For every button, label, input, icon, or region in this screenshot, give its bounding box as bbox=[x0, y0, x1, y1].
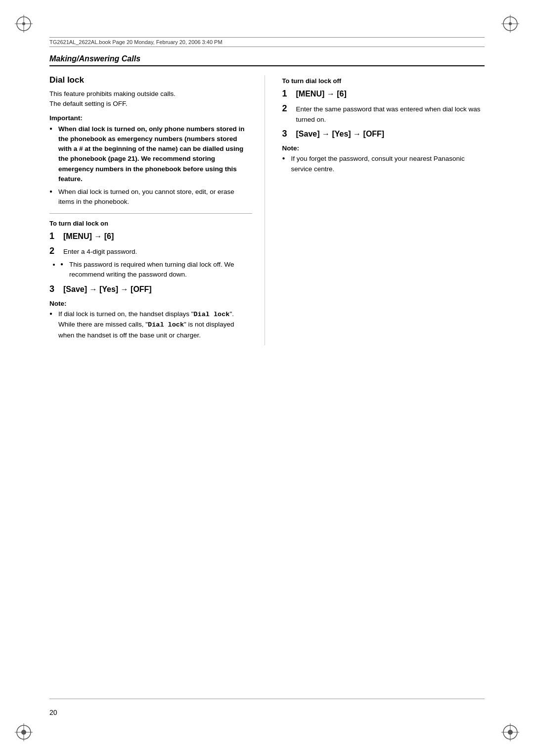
bullet-1-text: When dial lock is turned on, only phone … bbox=[58, 125, 245, 183]
note-bullet-1-right: If you forget the password, consult your… bbox=[282, 154, 485, 174]
right-step2-text: Enter the same password that was entered… bbox=[296, 104, 485, 125]
note-bullets-left: If dial lock is turned on, the handset d… bbox=[49, 309, 252, 340]
section-heading: Making/Answering Calls bbox=[49, 54, 485, 66]
svg-point-15 bbox=[508, 730, 513, 735]
bullet-2-text: When dial lock is turned on, you cannot … bbox=[58, 188, 234, 205]
step1-menu: [MENU] bbox=[63, 232, 92, 240]
step1-number: 1 bbox=[49, 231, 60, 241]
right-step2: 2 Enter the same password that was enter… bbox=[282, 103, 485, 125]
important-bullets: When dial lock is turned on, only phone … bbox=[49, 124, 252, 207]
right-step1: 1 [MENU] → [6] bbox=[282, 89, 485, 99]
turn-off-label: To turn dial lock off bbox=[282, 77, 485, 85]
important-label: Important: bbox=[49, 114, 252, 122]
right-step3-cmd: [Save] → [Yes] → [OFF] bbox=[296, 129, 385, 140]
note-label-left: Note: bbox=[49, 300, 252, 307]
right-step3-number: 3 bbox=[282, 129, 293, 139]
reg-mark-tl bbox=[15, 15, 33, 33]
intro-line2: The default setting is OFF. bbox=[49, 100, 128, 107]
main-content: Making/Answering Calls Dial lock This fe… bbox=[49, 54, 485, 697]
step2-subbullet-1: This password is required when turning d… bbox=[60, 260, 252, 280]
right-step1-number: 1 bbox=[282, 89, 293, 99]
step2-number: 2 bbox=[49, 246, 60, 256]
page-number: 20 bbox=[49, 709, 57, 716]
step2-text: Enter a 4-digit password. bbox=[63, 247, 137, 257]
meta-text: TG2621AL_2622AL.book Page 20 Monday, Feb… bbox=[49, 39, 222, 45]
page: TG2621AL_2622AL.book Page 20 Monday, Feb… bbox=[0, 0, 534, 756]
bottom-line bbox=[49, 699, 485, 699]
step3-cmd: [Save] → [Yes] → [OFF] bbox=[63, 284, 152, 295]
bullet-item-1: When dial lock is turned on, only phone … bbox=[49, 124, 252, 185]
divider bbox=[49, 213, 252, 214]
meta-line: TG2621AL_2622AL.book Page 20 Monday, Feb… bbox=[49, 37, 485, 47]
turn-on-label: To turn dial lock on bbox=[49, 220, 252, 227]
left-column: Dial lock This feature prohibits making … bbox=[49, 75, 265, 345]
step1-cmd: [MENU] → [6] bbox=[63, 231, 114, 242]
right-step3: 3 [Save] → [Yes] → [OFF] bbox=[282, 129, 485, 140]
right-step1-cmd: [MENU] → [6] bbox=[296, 89, 347, 99]
step1-arrow: → bbox=[94, 232, 104, 240]
two-column-layout: Dial lock This feature prohibits making … bbox=[49, 75, 485, 345]
svg-point-7 bbox=[509, 22, 512, 25]
note-bullet-1-left: If dial lock is turned on, the handset d… bbox=[49, 309, 252, 340]
intro-text: This feature prohibits making outside ca… bbox=[49, 89, 252, 109]
step3-number: 3 bbox=[49, 284, 60, 294]
right-step2-number: 2 bbox=[282, 103, 293, 114]
reg-mark-br bbox=[501, 723, 519, 741]
step2-subbullets: This password is required when turning d… bbox=[60, 260, 252, 280]
step1: 1 [MENU] → [6] bbox=[49, 231, 252, 242]
svg-point-11 bbox=[21, 730, 26, 735]
step1-key: [6] bbox=[104, 232, 114, 240]
svg-point-3 bbox=[22, 22, 25, 25]
note-label-right: Note: bbox=[282, 144, 485, 152]
note-bullets-right: If you forget the password, consult your… bbox=[282, 154, 485, 174]
reg-mark-bl bbox=[15, 723, 33, 741]
subsection-heading: Dial lock bbox=[49, 75, 252, 85]
step3: 3 [Save] → [Yes] → [OFF] bbox=[49, 284, 252, 295]
intro-line1: This feature prohibits making outside ca… bbox=[49, 90, 176, 97]
reg-mark-tr bbox=[501, 15, 519, 33]
right-column: To turn dial lock off 1 [MENU] → [6] 2 E… bbox=[280, 75, 485, 179]
step2: 2 Enter a 4-digit password. bbox=[49, 246, 252, 257]
bullet-item-2: When dial lock is turned on, you cannot … bbox=[49, 187, 252, 207]
